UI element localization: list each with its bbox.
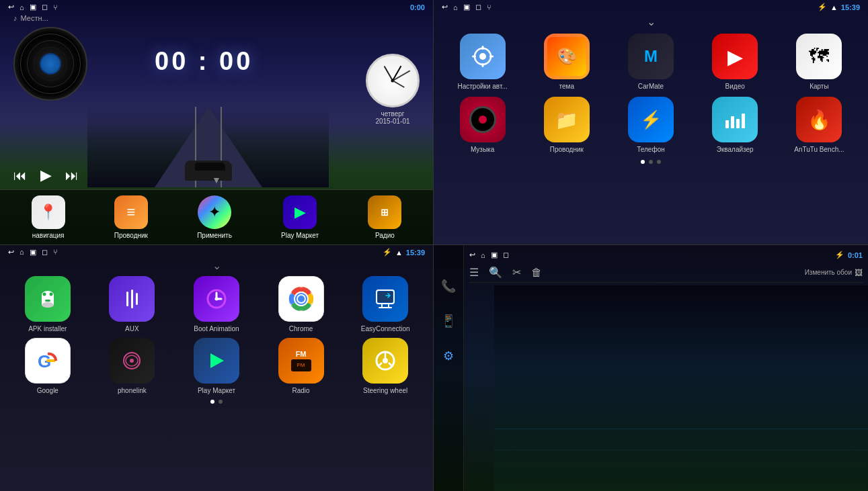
- app-boot-label: Boot Animation: [194, 325, 239, 332]
- bt-recents-icon[interactable]: ▣: [491, 251, 498, 259]
- bt-wallpaper-btn[interactable]: Изменить обои 🖼: [805, 268, 863, 277]
- bt-icon3: ⚡: [383, 248, 392, 257]
- recents-icon3[interactable]: ▣: [30, 248, 36, 257]
- home-icon2[interactable]: ⌂: [453, 3, 458, 11]
- svg-rect-3: [481, 63, 483, 67]
- back-icon[interactable]: ↩: [8, 3, 14, 11]
- panel-bottom-apps: ↩ ⌂ ▣ ◻ ⑂ ⚡ ▲ 15:39 ⌄: [0, 245, 434, 491]
- bt-pair-icon[interactable]: ✂: [512, 266, 521, 279]
- screenshot-icon[interactable]: ◻: [42, 3, 48, 11]
- app-settings-car[interactable]: Настройки авт...: [444, 34, 521, 90]
- app-files[interactable]: ≡ Проводник: [114, 195, 148, 239]
- back-icon2[interactable]: ↩: [442, 3, 448, 11]
- app-chrome[interactable]: Chrome: [262, 276, 341, 332]
- bt-time: 0:01: [848, 251, 863, 259]
- bt-main-content: ↩ ⌂ ▣ ◻ ⚡ 0:01 ☰ 🔍 ✂ 🗑 Изменить обои 🖼: [464, 245, 868, 491]
- app-music2-label: Музыка: [471, 146, 494, 153]
- bottom-apps-status-bar: ↩ ⌂ ▣ ◻ ⑂ ⚡ ▲ 15:39: [0, 245, 433, 259]
- app-phone[interactable]: ⚡ Телефон: [612, 97, 689, 153]
- svg-marker-34: [210, 353, 224, 368]
- bt-status-left: ↩ ⌂ ▣ ◻: [469, 251, 509, 259]
- back-icon3[interactable]: ↩: [8, 248, 14, 257]
- app-radio2[interactable]: FM FM Radio: [262, 338, 341, 394]
- bottom-apps-row1: APK installer AUX Boot Anima: [0, 276, 433, 338]
- app-music2[interactable]: Музыка: [444, 97, 521, 153]
- app-apk-label: APK installer: [28, 325, 67, 332]
- app-apk[interactable]: APK installer: [8, 276, 87, 332]
- svg-point-33: [130, 359, 134, 363]
- app-maps-label: Карты: [810, 83, 829, 90]
- app-easyconnect-label: EasyConnection: [361, 325, 410, 332]
- app-equalizer-label: Эквалайзер: [717, 146, 754, 153]
- play-button[interactable]: ▶: [40, 167, 52, 184]
- recents-icon2[interactable]: ▣: [463, 3, 470, 11]
- dot-3: [657, 160, 661, 164]
- bt-search-icon[interactable]: 🔍: [489, 266, 502, 279]
- bt-wallpaper-icon: 🖼: [855, 268, 863, 277]
- svg-rect-8: [736, 119, 740, 128]
- bt-contacts-icon[interactable]: 📱: [441, 314, 456, 328]
- top-apps-grid: Настройки авт... 🎨 тема M CarMate ▶ Виде…: [434, 34, 868, 153]
- screenshot-icon3[interactable]: ◻: [42, 248, 48, 257]
- bt-home-icon[interactable]: ⌂: [481, 251, 485, 259]
- music-time: 0:00: [410, 3, 425, 11]
- app-antutu[interactable]: 🔥 AnTuTu Bench...: [781, 97, 858, 153]
- usb-icon3: ⑂: [53, 248, 58, 257]
- svg-rect-5: [489, 56, 494, 58]
- big-time-display: 00 : 00: [155, 47, 253, 76]
- player-controls: ⏮ ▶ ⏭: [13, 167, 79, 184]
- app-theme[interactable]: 🎨 тема: [528, 34, 605, 90]
- app-phonelink[interactable]: phonelink: [93, 338, 172, 394]
- wifi-icon-status: ▲: [830, 3, 838, 11]
- app-radio[interactable]: ⊞ Радио: [368, 195, 401, 239]
- bottom-apps-right: ⚡ ▲ 15:39: [383, 248, 425, 257]
- app-apply[interactable]: ✦ Применить: [197, 195, 232, 239]
- dot-2: [649, 160, 653, 164]
- vinyl-disc-container: ♪: [13, 27, 87, 101]
- app-navigation[interactable]: 📍 навигация: [32, 195, 65, 239]
- usb-icon: ⑂: [53, 3, 58, 11]
- app-playmarket2-label: Play Маркет: [198, 387, 235, 394]
- music-status-bar: ↩ ⌂ ▣ ◻ ⑂ 0:00: [0, 0, 433, 14]
- app-playmarket2[interactable]: Play Маркет: [177, 338, 256, 394]
- next-button[interactable]: ⏭: [65, 168, 79, 183]
- bt-screenshot-icon[interactable]: ◻: [503, 251, 509, 259]
- panel-bluetooth: 📞 📱 ⚙ ↩ ⌂ ▣ ◻ ⚡ 0:01 ☰ 🔍 ✂ 🗑 Изменить: [434, 245, 868, 491]
- app-boot[interactable]: Boot Animation: [177, 276, 256, 332]
- bt-delete-icon[interactable]: 🗑: [531, 267, 542, 279]
- app-steering[interactable]: Steering wheel: [346, 338, 425, 394]
- svg-point-1: [479, 53, 486, 60]
- app-easyconnect[interactable]: EasyConnection: [346, 276, 425, 332]
- svg-rect-18: [136, 293, 138, 305]
- home-icon3[interactable]: ⌂: [19, 248, 24, 257]
- app-playmarket[interactable]: ▶ Play Маркет: [281, 195, 319, 239]
- app-video[interactable]: ▶ Видео: [697, 34, 774, 90]
- bt-call-icon[interactable]: 📞: [441, 279, 456, 294]
- app-steering-label: Steering wheel: [363, 387, 407, 394]
- app-maps[interactable]: 🗺 Карты: [781, 34, 858, 90]
- svg-rect-17: [131, 289, 133, 308]
- recents-icon[interactable]: ▣: [30, 3, 36, 11]
- prev-button[interactable]: ⏮: [13, 168, 27, 183]
- chevron-down2-icon[interactable]: ⌄: [0, 259, 433, 272]
- app-google[interactable]: G Google: [8, 338, 87, 394]
- app-carmate[interactable]: M CarMate: [612, 34, 689, 90]
- app-equalizer[interactable]: Эквалайзер: [697, 97, 774, 153]
- bt-settings-icon[interactable]: ⚙: [443, 349, 454, 363]
- app-explorer2[interactable]: 📁 Проводник: [528, 97, 605, 153]
- bt-back-icon[interactable]: ↩: [469, 251, 475, 259]
- svg-rect-9: [742, 114, 745, 128]
- music-title: Местн...: [21, 14, 48, 22]
- svg-rect-15: [45, 300, 50, 302]
- screenshot-icon2[interactable]: ◻: [475, 3, 481, 11]
- app-navigation-label: навигация: [32, 232, 65, 239]
- app-radio2-label: Radio: [292, 387, 310, 394]
- app-aux[interactable]: AUX: [93, 276, 172, 332]
- panel-music: ↩ ⌂ ▣ ◻ ⑂ 0:00 ♪ Местн... 00 : 00 ♪: [0, 0, 434, 245]
- home-icon[interactable]: ⌂: [19, 3, 24, 11]
- wifi-icon3: ▲: [395, 249, 403, 257]
- bt-list-icon[interactable]: ☰: [469, 266, 479, 279]
- chevron-down-icon[interactable]: ⌄: [434, 15, 868, 28]
- svg-rect-29: [378, 292, 393, 302]
- app-aux-label: AUX: [125, 325, 139, 332]
